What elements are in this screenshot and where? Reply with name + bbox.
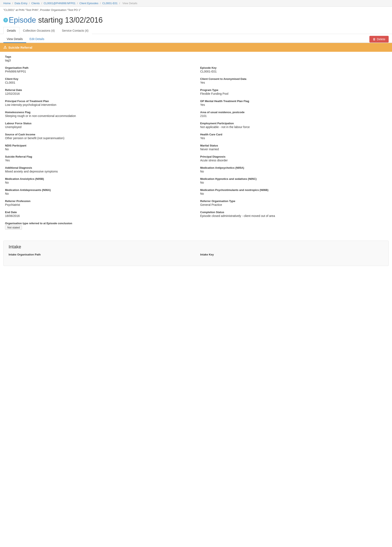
end-date-label: End Date xyxy=(5,211,192,214)
suicide-referral-group: Suicide Referral Flag Yes xyxy=(5,155,192,162)
referrer-org-type-group: Referrer Organisation Type General Pract… xyxy=(200,199,387,206)
delete-label: Delete xyxy=(377,38,385,41)
additional-diagnosis-value: Mixed anxiety and depressive symptoms xyxy=(5,170,192,173)
breadcrumb-home[interactable]: Home xyxy=(3,2,11,5)
tags-label: Tags xyxy=(5,55,387,58)
tab-details[interactable]: Details xyxy=(3,27,20,34)
tab-service-contacts[interactable]: Service Contacts (4) xyxy=(58,27,92,34)
homelessness-group: Homelessness Flag Sleeping rough or in n… xyxy=(5,111,192,117)
intake-title: Intake xyxy=(9,244,383,250)
referrer-profession-group: Referrer Profession Psychiatrist xyxy=(5,199,192,206)
org-type-referred-label: Organisation type referred to at Episode… xyxy=(5,222,387,225)
medication-hypnotics-label: Medication Hypnotics and sedatives (N05C… xyxy=(200,177,387,180)
breadcrumb-current: View Details xyxy=(122,2,137,5)
gp-mental-health-group: GP Mental Health Treatment Plan Flag Yes xyxy=(200,100,387,106)
medication-hypnotics-value: No xyxy=(200,181,387,184)
not-stated-badge: Not stated xyxy=(5,225,22,230)
client-key-value: CL0001 xyxy=(5,81,192,84)
referral-date-group: Referral Date 12/02/2016 xyxy=(5,89,192,95)
principal-diagnosis-value: Acute stress disorder xyxy=(200,159,387,162)
medication-psychostimulants-group: Medication Psychostimulants and nootropi… xyxy=(200,188,387,195)
marital-status-label: Marital Status xyxy=(200,144,387,147)
gp-mental-health-value: Yes xyxy=(200,103,387,106)
principal-diagnosis-group: Principal Diagnosis Acute stress disorde… xyxy=(200,155,387,162)
breadcrumb-clients[interactable]: Clients xyxy=(31,2,40,5)
page-title-date: 13/02/2016 xyxy=(65,16,103,24)
tab-collection-occasions[interactable]: Collection Occasions (4) xyxy=(20,27,58,34)
episode-key-group: Episode Key CL0001-E01 xyxy=(200,66,387,73)
client-consent-value: Yes xyxy=(200,81,387,84)
organisation-path-value: PHN999:NFP01 xyxy=(5,70,192,73)
page-title-prefix: starting xyxy=(38,16,65,24)
intake-org-path-label: Intake Organisation Path xyxy=(9,253,192,256)
page-title-row: ? Episode starting 13/02/2016 xyxy=(0,13,392,25)
medication-antipsychotics-group: Medication Antipsychotics (N05A) No xyxy=(200,166,387,173)
episode-link[interactable]: Episode xyxy=(9,16,36,24)
health-care-group: Health Care Card Yes xyxy=(200,133,387,140)
main-tabs: Details Collection Occasions (4) Service… xyxy=(0,27,392,34)
context-line: "CL0001" at PHN "Test PHN", Provider Org… xyxy=(0,7,392,13)
referral-date-label: Referral Date xyxy=(5,89,192,92)
breadcrumb: Home / Data Entry / Clients / CL0001@PHN… xyxy=(0,0,392,7)
intake-section: Intake Intake Organisation Path Intake K… xyxy=(3,241,389,266)
marital-status-value: Never married xyxy=(200,148,387,151)
program-type-label: Program Type xyxy=(200,89,387,92)
principal-focus-label: Principal Focus of Treatment Plan xyxy=(5,100,192,103)
gp-mental-health-label: GP Mental Health Treatment Plan Flag xyxy=(200,100,387,103)
episode-key-label: Episode Key xyxy=(200,66,387,69)
additional-diagnosis-group: Additional Diagnosis Mixed anxiety and d… xyxy=(5,166,192,173)
breadcrumb-episode-id[interactable]: CL0001-E01 xyxy=(102,2,118,5)
organisation-path-group: Organisation Path PHN999:NFP01 xyxy=(5,66,192,73)
source-cash-group: Source of Cash Income Other pension or b… xyxy=(5,133,192,140)
intake-key-group: Intake Key xyxy=(200,253,383,257)
source-cash-value: Other pension or benefit (not superannua… xyxy=(5,137,192,140)
referrer-org-type-value: General Practice xyxy=(200,203,387,206)
referrer-org-type-label: Referrer Organisation Type xyxy=(200,199,387,203)
end-date-group: End Date 18/06/2016 xyxy=(5,211,192,218)
referrer-profession-label: Referrer Profession xyxy=(5,199,192,203)
program-type-value: Flexible Funding Pool xyxy=(200,92,387,95)
ndis-group: NDIS Participant No xyxy=(5,144,192,151)
subtab-edit-details[interactable]: Edit Details xyxy=(26,36,48,43)
end-date-value: 18/06/2016 xyxy=(5,214,192,218)
health-care-label: Health Care Card xyxy=(200,133,387,136)
medication-hypnotics-group: Medication Hypnotics and sedatives (N05C… xyxy=(200,177,387,184)
labour-force-value: Unemployed xyxy=(5,125,192,129)
program-type-group: Program Type Flexible Funding Pool xyxy=(200,89,387,95)
org-type-referred-group: Organisation type referred to at Episode… xyxy=(5,222,387,230)
subtab-view-details[interactable]: View Details xyxy=(3,36,26,43)
additional-diagnosis-label: Additional Diagnosis xyxy=(5,166,192,169)
intake-fields-row: Intake Organisation Path Intake Key xyxy=(9,253,383,261)
page-title: Episode starting 13/02/2016 xyxy=(9,16,103,25)
homelessness-label: Homelessness Flag xyxy=(5,111,192,114)
area-residence-group: Area of usual residence, postcode 2101 xyxy=(200,111,387,117)
client-key-group: Client Key CL0001 xyxy=(5,77,192,84)
tags-group: Tags tag3 xyxy=(5,55,387,62)
source-cash-label: Source of Cash Income xyxy=(5,133,192,136)
help-icon[interactable]: ? xyxy=(3,18,8,22)
completion-status-group: Completion Status Episode closed adminis… xyxy=(200,211,387,218)
area-residence-value: 2101 xyxy=(200,114,387,117)
alert-banner: ⚠ Suicide Referral xyxy=(0,43,392,52)
employment-participation-value: Not applicable - not in the labour force xyxy=(200,125,387,129)
medication-antidepressants-label: Medication Antidepressants (N06A) xyxy=(5,188,192,191)
breadcrumb-data-entry[interactable]: Data Entry xyxy=(15,2,27,5)
fields-grid: Organisation Path PHN999:NFP01 Episode K… xyxy=(5,66,387,222)
breadcrumb-client-id[interactable]: CL0001@PHN999:NFP01 xyxy=(44,2,75,5)
delete-icon: 🗑 xyxy=(373,38,376,41)
breadcrumb-client-episodes[interactable]: Client Episodes xyxy=(79,2,98,5)
marital-status-group: Marital Status Never married xyxy=(200,144,387,151)
ndis-value: No xyxy=(5,148,192,151)
delete-button[interactable]: 🗑 Delete xyxy=(369,36,389,42)
medication-antipsychotics-value: No xyxy=(200,170,387,173)
medication-anxiolytics-group: Medication Anxiolytics (N05B) No xyxy=(5,177,192,184)
organisation-path-label: Organisation Path xyxy=(5,66,192,69)
homelessness-value: Sleeping rough or in non-conventional ac… xyxy=(5,114,192,117)
tags-value: tag3 xyxy=(5,59,387,62)
medication-psychostimulants-label: Medication Psychostimulants and nootropi… xyxy=(200,188,387,191)
labour-force-label: Labour Force Status xyxy=(5,122,192,125)
suicide-referral-label: Suicide Referral Flag xyxy=(5,155,192,158)
medication-psychostimulants-value: No xyxy=(200,192,387,195)
medication-antidepressants-value: No xyxy=(5,192,192,195)
employment-participation-label: Employment Participation xyxy=(200,122,387,125)
